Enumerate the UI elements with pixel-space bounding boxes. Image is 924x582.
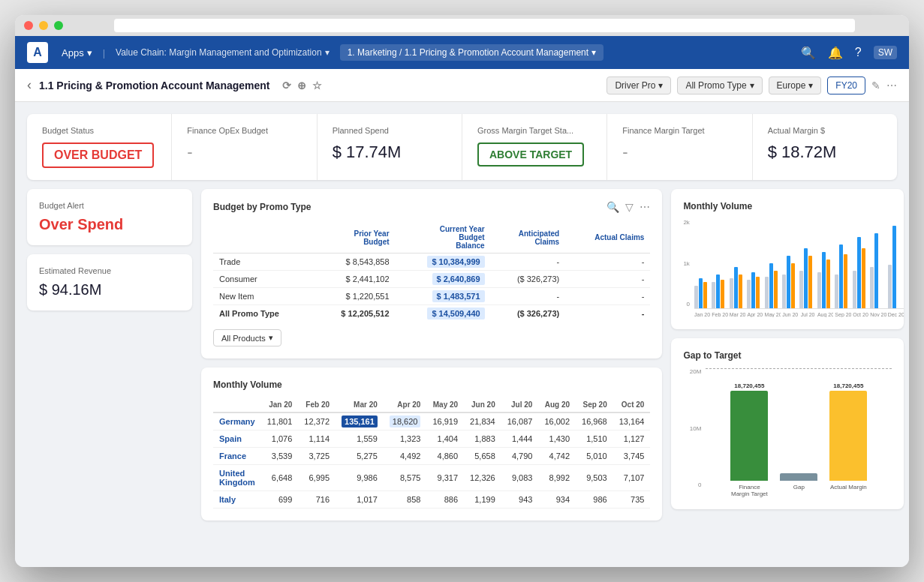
bar-prior xyxy=(870,267,874,308)
share-icon[interactable]: ⊕ xyxy=(297,80,306,92)
bar-group xyxy=(888,226,904,308)
edit-icon[interactable]: ✎ xyxy=(871,80,880,92)
cell-value: 699 xyxy=(261,491,299,508)
x-label: Jan 20 xyxy=(694,312,710,317)
cell-value: 6,648 xyxy=(261,465,299,491)
x-label: Aug 20 xyxy=(817,312,833,317)
bar-prior xyxy=(835,274,838,308)
table-row: Germany 11,801 12,372 135,161 18,620 16,… xyxy=(213,412,650,430)
budget-table-header: Budget by Promo Type 🔍 ▽ ⋯ xyxy=(213,201,650,213)
driver-pro-chevron: ▾ xyxy=(658,80,663,91)
search-icon[interactable]: 🔍 xyxy=(801,46,816,60)
bar-forecast xyxy=(874,233,878,308)
bar-forecast xyxy=(751,272,755,308)
budget-search-icon[interactable]: 🔍 xyxy=(606,201,619,213)
promo-type-filter[interactable]: All Promo Type ▾ xyxy=(677,76,762,94)
chart-y-axis: 2k 1k 0 xyxy=(683,219,689,309)
star-icon[interactable]: ☆ xyxy=(312,80,322,92)
bell-icon[interactable]: 🔔 xyxy=(828,46,843,60)
y-label-2k: 2k xyxy=(683,219,689,226)
x-label: Nov 20 xyxy=(870,312,886,317)
bar-actuals xyxy=(739,274,742,308)
cell-value: 9,083 xyxy=(501,465,539,491)
gap-x-label-finance: Finance Margin Target xyxy=(730,484,768,497)
bar-group xyxy=(799,248,815,308)
y-label-10m: 10M xyxy=(683,425,701,432)
maximize-button[interactable] xyxy=(54,21,63,30)
budget-alert-card: Budget Alert Over Spend xyxy=(27,189,192,245)
cell-value: 1,114 xyxy=(298,430,336,448)
bar-prior xyxy=(694,286,698,308)
cell-value: 16,002 xyxy=(538,412,576,430)
budget-more-icon[interactable]: ⋯ xyxy=(640,201,650,213)
minimize-button[interactable] xyxy=(39,21,48,30)
user-avatar[interactable]: SW xyxy=(874,46,897,59)
row-current: $ 2,640,869 xyxy=(396,271,491,288)
y-label-0: 0 xyxy=(683,482,701,488)
cell-value: 1,430 xyxy=(538,430,576,448)
apps-menu[interactable]: Apps ▾ xyxy=(54,44,100,62)
bar-chart-area: Prior Year Forecast Actuals xyxy=(694,219,904,309)
right-panel: Monthly Volume 2k 1k 0 xyxy=(671,189,904,555)
region-chevron: ▾ xyxy=(808,80,813,91)
bar-forecast xyxy=(699,278,703,308)
kpi-finance-margin: Finance Margin Target - xyxy=(607,114,752,180)
cell-value: 9,317 xyxy=(426,465,464,491)
region-filter[interactable]: Europe ▾ xyxy=(769,76,822,94)
cell-value: 18,620 xyxy=(384,412,427,430)
budget-alert-value: Over Spend xyxy=(39,216,180,233)
gap-bar-actual: 18,720,455 xyxy=(829,382,867,481)
table-row: Italy 699 716 1,017 858 886 1,199 943 93… xyxy=(213,491,650,508)
nav-tab-active[interactable]: 1. Marketing / 1.1 Pricing & Promotion A… xyxy=(340,44,604,61)
monthly-volume-chart-card: Monthly Volume 2k 1k 0 xyxy=(671,189,904,329)
breadcrumb-1[interactable]: Value Chain: Margin Management and Optim… xyxy=(108,44,337,61)
bar-actuals xyxy=(756,277,760,308)
cell-value: 1,076 xyxy=(261,430,299,448)
back-button[interactable]: ‹ xyxy=(27,77,32,93)
cell-value: 1,883 xyxy=(464,430,501,448)
refresh-icon[interactable]: ⟳ xyxy=(282,80,291,92)
col-country xyxy=(213,398,261,412)
budget-col-prior: Prior YearBudget xyxy=(312,222,396,254)
col-jun: Jun 20 xyxy=(464,398,501,412)
budget-filter-icon[interactable]: ▽ xyxy=(625,201,634,213)
country-name: France xyxy=(213,448,261,465)
driver-pro-filter[interactable]: Driver Pro ▾ xyxy=(606,76,671,94)
bar-group xyxy=(712,274,727,308)
col-may: May 20 xyxy=(426,398,464,412)
cell-value: 1,017 xyxy=(336,491,384,508)
cell-value: 3,725 xyxy=(298,448,336,465)
cell-value: 735 xyxy=(613,491,651,508)
bar-forecast xyxy=(804,248,808,308)
more-icon[interactable]: ⋯ xyxy=(886,80,897,92)
bar-group xyxy=(765,263,781,308)
kpi-gross-label: Gross Margin Target Sta... xyxy=(477,126,591,135)
year-filter[interactable]: FY20 xyxy=(827,76,865,94)
cell-value: 13,164 xyxy=(613,412,651,430)
cell-value: 1,323 xyxy=(384,430,427,448)
app-window: A Apps ▾ | Value Chain: Margin Managemen… xyxy=(15,15,909,567)
gap-bar-actual-rect xyxy=(829,391,867,481)
row-anticipated: - xyxy=(491,254,566,271)
cell-value: 12,372 xyxy=(298,412,336,430)
gap-bar-actual-value: 18,720,455 xyxy=(833,382,863,389)
all-products-button[interactable]: All Products ▾ xyxy=(213,329,281,346)
col-jul: Jul 20 xyxy=(501,398,539,412)
kpi-actual-margin: Actual Margin $ $ 18.72M xyxy=(753,114,897,180)
bar-prior xyxy=(730,278,733,308)
x-label: Mar 20 xyxy=(730,312,745,317)
close-button[interactable] xyxy=(24,21,33,30)
bar-actuals xyxy=(703,282,707,308)
cell-value: 4,492 xyxy=(384,448,427,465)
url-bar[interactable] xyxy=(114,19,855,32)
apps-chevron-icon: ▾ xyxy=(87,47,92,58)
kpi-finance-value: - xyxy=(622,142,736,162)
kpi-planned-label: Planned Spend xyxy=(333,126,447,135)
help-icon[interactable]: ? xyxy=(855,46,862,59)
app-logo: A xyxy=(27,42,48,63)
nav-separator-1: | xyxy=(103,47,105,58)
row-actual: - xyxy=(565,305,650,322)
bar-group xyxy=(817,252,833,308)
cell-value: 9,503 xyxy=(576,465,613,491)
row-actual: - xyxy=(565,288,650,305)
